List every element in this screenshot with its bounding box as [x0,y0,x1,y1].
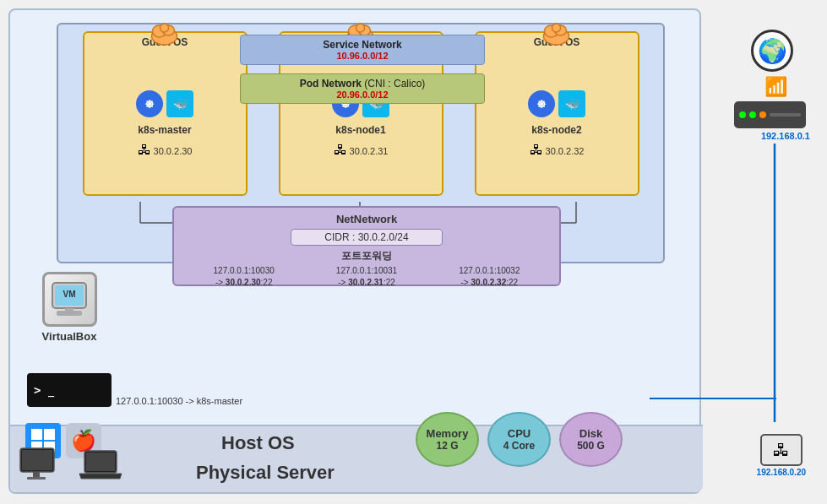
virtualbox-label: VirtualBox [27,330,112,343]
net-network-box: NetNetwork CIDR : 30.0.2.0/24 포트포워딩 127.… [172,206,561,286]
guest-os-1: Guest OS ⎈ 🐳 k8s-master 🖧 30.0.2.30 [83,31,248,196]
svg-rect-23 [44,429,55,440]
node-name-1: k8s-master [138,124,191,136]
guest-os-3: Guest OS ⎈ 🐳 k8s-node2 🖧 30.0.2.32 [475,31,639,196]
network-vertical-line [773,144,776,422]
globe-icon: 🌍 [751,30,793,72]
port-forward-1: 127.0.0.1:10030-> 30.0.2.30:22 [214,265,275,289]
port-forward-label: 포트포워딩 [174,249,559,263]
k8s-icon-3: ⎈ [528,90,555,117]
pod-network-bar: Pod Network (CNI : Calico) 20.96.0.0/12 [240,73,485,104]
node-ip-2: 30.0.2.31 [350,146,389,156]
desktop-computer-icon [19,447,65,488]
pod-network-title: Pod Network (CNI : Calico) [246,78,479,89]
service-network-bar: Service Network 10.96.0.0/12 [240,35,485,65]
guest-os-top-icon-3 [542,18,572,47]
right-panel: 🌍 📶 192.168.0.1 🖧 192.168.0.20 [713,8,823,494]
svg-rect-29 [27,477,46,480]
node-ip-3: 30.0.2.32 [546,146,585,156]
node-name-3: k8s-node2 [531,124,581,136]
terminal-box: > _ [27,373,112,407]
router-ip-label: 192.168.0.1 [761,131,810,141]
docker-icon-1: 🐳 [166,90,193,117]
node-name-2: k8s-node1 [335,124,385,136]
port-forward-2: 127.0.0.1:10031-> 30.0.2.31:22 [336,265,397,289]
virt-area: Service Network 10.96.0.0/12 Pod Network… [57,23,665,263]
svg-text:VM: VM [63,290,76,299]
physical-server-label: Physical Server [196,462,335,484]
pod-network-cidr: 20.96.0.0/12 [246,89,479,100]
laptop-icon [78,447,124,488]
endpoint-ip-label: 192.168.0.20 [757,468,806,477]
svg-rect-27 [22,450,52,470]
network-horizontal-line [650,397,776,400]
virtualbox-area: VM VirtualBox [27,272,112,343]
svg-point-7 [356,24,365,32]
net-network-title: NetNetwork [174,213,559,225]
resource-boxes: Memory 12 G CPU 4 Core Disk 500 G [416,412,623,467]
guest-os-top-icon-1 [150,18,180,47]
net-network-cidr: CIDR : 30.0.2.0/24 [291,229,443,246]
router-box [734,101,806,128]
svg-point-3 [161,24,169,32]
main-container: Service Network 10.96.0.0/12 Pod Network… [8,8,701,494]
service-network-cidr: 10.96.0.0/12 [246,51,479,61]
terminal-label: 127.0.0.1:10030 -> k8s-master [116,396,242,406]
port-forward-3: 127.0.0.1:10032-> 30.0.2.32:22 [459,265,520,289]
port-forward-row: 127.0.0.1:10030-> 30.0.2.30:22 127.0.0.1… [174,263,559,290]
vbox-icon: VM [42,272,97,327]
memory-resource: Memory 12 G [416,412,479,467]
docker-icon-3: 🐳 [558,90,585,117]
host-os-label: Host OS [221,432,295,454]
svg-rect-20 [65,308,73,312]
svg-point-11 [552,24,561,32]
k8s-icon-1: ⎈ [136,90,163,117]
service-network-title: Service Network [246,39,479,51]
host-os-section: 🍎 Host OS Physical S [10,425,703,492]
disk-resource: Disk 500 G [559,412,623,467]
terminal-prompt: > _ [34,383,54,397]
cpu-resource: CPU 4 Core [487,412,551,467]
svg-rect-22 [31,429,42,440]
wifi-icon: 📶 [764,76,787,98]
svg-rect-31 [86,453,115,471]
network-port-bottom: 🖧 192.168.0.20 [757,434,806,477]
node-ip-1: 30.0.2.30 [154,146,193,156]
svg-rect-28 [33,472,40,477]
